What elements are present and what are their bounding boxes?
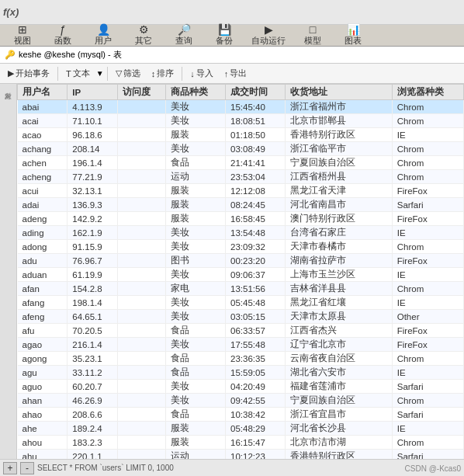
- table-row[interactable]: afang198.1.4美妆05:45:48黑龙江省红壤IE: [18, 296, 464, 310]
- cell-address: 吉林省洋县县: [286, 282, 393, 296]
- cell-ip: 91.15.9: [68, 240, 118, 254]
- cell-category: 服装: [166, 128, 226, 142]
- cell-username: adu: [18, 254, 68, 268]
- cell-visits: [118, 156, 166, 170]
- cell-username: agu: [18, 366, 68, 380]
- table-row[interactable]: acheng77.21.9运动23:53:04江西省梧州县Chrom: [18, 170, 464, 184]
- tab-chart[interactable]: 📊 图表: [334, 23, 372, 48]
- table-row[interactable]: abai4.113.9美妆15:45:40浙江省福州市Chrom: [18, 100, 464, 114]
- table-row[interactable]: agu33.11.2食品15:59:05湖北省六安市IE: [18, 366, 464, 380]
- table-row[interactable]: achen196.1.4食品21:41:41宁夏回族自治区Chrom: [18, 156, 464, 170]
- col-visits: 访问度: [118, 85, 166, 100]
- table-row[interactable]: adai136.9.3服装08:24:45河北省南昌市Sarfari: [18, 198, 464, 212]
- cell-username: afan: [18, 282, 68, 296]
- cell-username: adong: [18, 240, 68, 254]
- cell-visits: [118, 408, 166, 422]
- cell-ip: 220.1.1: [68, 450, 118, 460]
- table-row[interactable]: agao216.1.4美妆17:55:48辽宁省北京市FireFox: [18, 338, 464, 352]
- col-browser: 浏览器种类: [392, 85, 463, 100]
- table-row[interactable]: afan154.2.8家电13:51:56吉林省洋县县Chrom: [18, 282, 464, 296]
- cell-username: ahao: [18, 408, 68, 422]
- table-row[interactable]: aguo60.20.7美妆04:20:49福建省莲浦市Sarfari: [18, 380, 464, 394]
- table-row[interactable]: acui32.13.1服装12:12:08黑龙江省天津FireFox: [18, 184, 464, 198]
- cell-ip: 46.26.9: [68, 394, 118, 408]
- data-table: 用户名 IP 访问度 商品种类 成交时间 收货地址 浏览器种类 abai4.11…: [17, 84, 464, 459]
- col-category: 商品种类: [166, 85, 226, 100]
- start-transaction-button[interactable]: ▶ 开始事务: [3, 67, 54, 80]
- table-row[interactable]: ahu220.1.1运动10:12:23香港特别行政区Sarfari: [18, 450, 464, 460]
- start-transaction-icon: ▶: [8, 68, 14, 78]
- cell-category: 家电: [166, 282, 226, 296]
- cell-address: 浙江省福州市: [286, 100, 393, 114]
- tab-other[interactable]: ⚙ 其它: [124, 23, 163, 48]
- cell-ip: 61.19.9: [68, 268, 118, 282]
- cell-browser: Sarfari: [392, 380, 463, 394]
- table-wrapper[interactable]: 用户名 IP 访问度 商品种类 成交时间 收货地址 浏览器种类 abai4.11…: [17, 84, 464, 459]
- cell-visits: [118, 212, 166, 226]
- cell-ip: 189.2.4: [68, 422, 118, 436]
- table-row[interactable]: acao96.18.6服装01:18:50香港特别行政区IE: [18, 128, 464, 142]
- remove-row-button[interactable]: -: [20, 462, 34, 474]
- table-row[interactable]: ahan46.26.9美妆09:42:55宁夏回族自治区Chrom: [18, 394, 464, 408]
- table-row[interactable]: afu70.20.5食品06:33:57江西省杰兴FireFox: [18, 324, 464, 338]
- cell-visits: [118, 114, 166, 128]
- cell-visits: [118, 268, 166, 282]
- cell-ip: 77.21.9: [68, 170, 118, 184]
- filter-button[interactable]: ▽ 筛选: [111, 67, 145, 80]
- tab-user[interactable]: 👤 用户: [84, 23, 123, 48]
- cell-browser: Chrom: [392, 394, 463, 408]
- text-button[interactable]: T 文本: [61, 67, 95, 80]
- table-row[interactable]: afeng64.65.1美妆03:05:15天津市太原县Other: [18, 310, 464, 324]
- add-row-button[interactable]: +: [3, 462, 17, 474]
- tab-func-label: 函数: [54, 35, 71, 47]
- tab-model-label: 模型: [304, 35, 321, 47]
- cell-time: 09:06:37: [226, 268, 286, 282]
- cell-ip: 70.20.5: [68, 324, 118, 338]
- main-area: 对象 用户名 IP 访问度 商品种类 成交时间 收货地址 浏览器种类 abai4…: [0, 84, 464, 459]
- cell-browser: Chrom: [392, 352, 463, 366]
- cell-username: ahan: [18, 394, 68, 408]
- tab-view[interactable]: ⊞ 视图: [3, 23, 42, 48]
- tab-autorun[interactable]: ▶ 自动运行: [245, 23, 292, 48]
- cell-address: 黑龙江省红壤: [286, 296, 393, 310]
- tab-func[interactable]: ƒ 函数: [43, 23, 82, 48]
- cell-username: adeng: [18, 212, 68, 226]
- export-button[interactable]: ↑ 导出: [220, 67, 252, 80]
- table-row[interactable]: adu76.96.7图书00:23:20湖南省拉萨市FireFox: [18, 254, 464, 268]
- tab-chart-label: 图表: [345, 35, 362, 47]
- cell-username: ading: [18, 226, 68, 240]
- cell-browser: IE: [392, 296, 463, 310]
- cell-category: 运动: [166, 450, 226, 460]
- tab-model[interactable]: □ 模型: [293, 23, 332, 48]
- other-icon: ⚙: [139, 24, 149, 35]
- cell-category: 服装: [166, 184, 226, 198]
- table-row[interactable]: ahou183.2.3服装16:15:47北京市洁市湖Chrom: [18, 436, 464, 450]
- sort-button[interactable]: ↕ 排序: [147, 67, 179, 80]
- cell-address: 香港特别行政区: [286, 128, 393, 142]
- cell-category: 图书: [166, 254, 226, 268]
- import-button[interactable]: ↓ 导入: [185, 67, 218, 80]
- table-row[interactable]: ahao208.6.6食品10:38:42浙江省宜昌市Sarfari: [18, 408, 464, 422]
- table-row[interactable]: aduan61.19.9美妆09:06:37上海市玉兰沙区IE: [18, 268, 464, 282]
- cell-time: 01:18:50: [226, 128, 286, 142]
- table-row[interactable]: agong35.23.1食品23:36:35云南省夜自治区Chrom: [18, 352, 464, 366]
- cell-visits: [118, 198, 166, 212]
- chart-icon: 📊: [347, 24, 360, 35]
- cell-address: 江西省梧州县: [286, 170, 393, 184]
- tab-backup[interactable]: 💾 备份: [205, 23, 244, 48]
- cell-visits: [118, 184, 166, 198]
- cell-category: 食品: [166, 352, 226, 366]
- cell-visits: [118, 240, 166, 254]
- cell-visits: [118, 380, 166, 394]
- table-row[interactable]: ading162.1.9美妆13:54:48台湾省石家庄IE: [18, 226, 464, 240]
- table-row[interactable]: adong91.15.9美妆23:09:32天津市春橘市Chrom: [18, 240, 464, 254]
- table-row[interactable]: ahe189.2.4服装05:48:29河北省长沙县IE: [18, 422, 464, 436]
- tab-query[interactable]: 🔎 查询: [164, 23, 203, 48]
- cell-category: 美妆: [166, 380, 226, 394]
- table-row[interactable]: acai71.10.1美妆18:08:51北京市邯郸县Chrom: [18, 114, 464, 128]
- table-row[interactable]: adeng142.9.2服装16:58:45澳门特别行政区FireFox: [18, 212, 464, 226]
- cell-browser: Chrom: [392, 282, 463, 296]
- table-header-row: 用户名 IP 访问度 商品种类 成交时间 收货地址 浏览器种类: [18, 85, 464, 100]
- table-row[interactable]: achang208.14美妆03:08:49浙江省临平市Chrom: [18, 142, 464, 156]
- cell-address: 浙江省宜昌市: [286, 408, 393, 422]
